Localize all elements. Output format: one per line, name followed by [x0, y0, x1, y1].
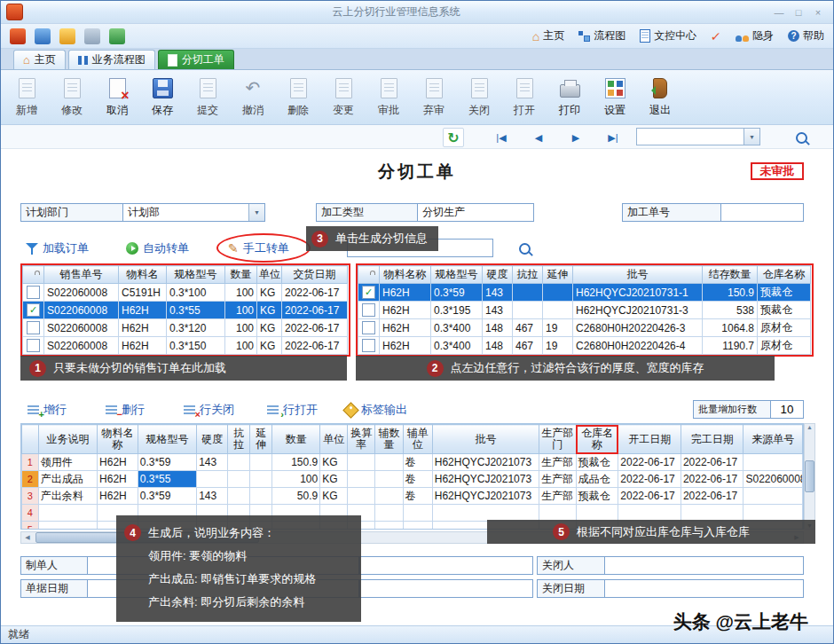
column-header[interactable]: 物料名称	[380, 266, 431, 284]
cell[interactable]: S022060008	[44, 302, 119, 319]
column-header[interactable]: 物料名称	[98, 425, 138, 454]
cell[interactable]	[432, 505, 539, 522]
maximize-button[interactable]: □	[789, 4, 808, 20]
row-number[interactable]: 2	[22, 471, 39, 488]
table-row[interactable]: S022060008 C5191H 0.3*100 100 KG 2022-06…	[23, 284, 348, 302]
cell[interactable]	[543, 302, 573, 319]
table-row[interactable]: H62H 0.3*400 148 467 19 C2680H0H20220426…	[358, 319, 811, 337]
cell[interactable]: 原材仓	[758, 319, 811, 337]
open-row-link[interactable]: 行打开	[267, 402, 318, 418]
vertical-scrollbar[interactable]: ▲ ▼	[804, 423, 815, 530]
grid-row-current[interactable]: 2 产出成品 H62H 0.3*55 100 KG 卷 H62HQYCJ2021…	[22, 471, 803, 488]
cell[interactable]: H62H	[119, 319, 167, 337]
plan-dept-select[interactable]: 计划部 ▼	[122, 203, 265, 222]
checkbox-cell[interactable]	[358, 284, 380, 302]
scrollbar-thumb[interactable]	[805, 460, 814, 492]
cell[interactable]: 0.3*400	[431, 337, 483, 355]
column-header[interactable]: 规格型号	[431, 266, 483, 284]
cell[interactable]: 50.9	[272, 488, 320, 505]
column-header[interactable]: 单位	[320, 425, 348, 454]
column-header[interactable]: 数量	[272, 425, 320, 454]
cell[interactable]: 产出余料	[38, 488, 97, 505]
cell[interactable]: 0.3*59	[431, 284, 483, 302]
cell[interactable]	[403, 505, 432, 522]
column-header[interactable]: 生产部门	[539, 425, 577, 454]
cell[interactable]: 100	[272, 471, 320, 488]
cell[interactable]: 467	[513, 337, 543, 355]
new-button[interactable]: 新增	[4, 72, 49, 123]
cell[interactable]: 0.3*400	[431, 319, 483, 337]
cell[interactable]: H62HQYCJ2021073	[432, 454, 539, 471]
scroll-left-icon[interactable]: ◀	[21, 534, 34, 541]
prev-record-button[interactable]: ◀	[528, 128, 549, 147]
checkbox[interactable]	[362, 303, 375, 317]
column-header[interactable]: 开工日期	[618, 425, 681, 454]
add-row-link[interactable]: 增行	[28, 402, 67, 418]
cell[interactable]	[681, 505, 744, 522]
unapprove-button[interactable]: 弃审	[412, 72, 456, 123]
cell[interactable]: KG	[320, 471, 348, 488]
cell[interactable]	[197, 471, 228, 488]
cell[interactable]	[228, 471, 250, 488]
cancel-button[interactable]: 取消	[95, 72, 139, 123]
cell[interactable]: H62H	[380, 337, 431, 355]
navigate-icon[interactable]	[109, 28, 125, 44]
checkbox-cell[interactable]	[358, 337, 380, 355]
column-header[interactable]: 数量	[225, 266, 257, 284]
column-header[interactable]: 仓库名称	[758, 266, 811, 284]
column-header[interactable]: 完工日期	[681, 425, 744, 454]
column-header[interactable]: 交货日期	[282, 266, 348, 284]
label-output-link[interactable]: 标签输出	[345, 402, 407, 418]
search-button[interactable]	[791, 128, 812, 147]
cell[interactable]: KG	[257, 302, 282, 319]
cell[interactable]	[375, 454, 403, 471]
cell[interactable]	[250, 454, 272, 471]
cell[interactable]	[539, 505, 577, 522]
cell[interactable]: H62HQYCJ2021073	[432, 471, 539, 488]
column-header[interactable]: 物料名	[119, 266, 167, 284]
cell[interactable]: 卷	[403, 454, 432, 471]
column-header[interactable]: 辅数量	[375, 425, 403, 454]
edit-button[interactable]: 修改	[50, 72, 94, 123]
column-header[interactable]: 辅单位	[403, 425, 432, 454]
cell[interactable]	[543, 284, 573, 302]
cell[interactable]: H62H	[380, 284, 431, 302]
cell[interactable]: H62H	[119, 302, 167, 319]
chevron-down-icon[interactable]: ▼	[248, 204, 264, 221]
cell[interactable]: 148	[483, 319, 513, 337]
cell[interactable]: 2022-06-17	[282, 337, 348, 355]
cell[interactable]: 生产部	[539, 488, 577, 505]
cell[interactable]: C2680H0H20220426-3	[573, 319, 703, 337]
cell[interactable]	[576, 505, 618, 522]
cell[interactable]: 1064.8	[703, 319, 758, 337]
contacts-icon[interactable]	[35, 28, 51, 44]
column-header[interactable]: 批号	[432, 425, 539, 454]
table-row[interactable]: S022060008 H62H 0.3*120 100 KG 2022-06-1…	[23, 319, 348, 337]
tab-business-flowchart[interactable]: 业务流程图	[68, 50, 155, 69]
cell[interactable]: S022060008	[44, 284, 119, 302]
column-header[interactable]: 批号	[573, 266, 703, 284]
menu-home[interactable]: ⌂主页	[532, 28, 564, 43]
cell[interactable]	[250, 471, 272, 488]
approve-button[interactable]: 审批	[366, 72, 411, 123]
cell[interactable]: 143	[483, 284, 513, 302]
tools-icon[interactable]	[84, 28, 100, 44]
cell[interactable]: H62HQYCJ20210731-1	[573, 284, 703, 302]
cell[interactable]: KG	[257, 319, 282, 337]
minimize-button[interactable]: —	[769, 4, 789, 20]
menu-stealth[interactable]: 隐身	[736, 28, 774, 43]
row-number[interactable]: 3	[22, 488, 39, 505]
delete-button[interactable]: 删除	[276, 72, 320, 123]
cell[interactable]: 预裁仓	[576, 488, 618, 505]
cell[interactable]: H62H	[380, 302, 431, 319]
column-header[interactable]: 规格型号	[138, 425, 196, 454]
cell[interactable]: 0.3*120	[167, 319, 225, 337]
cell[interactable]	[228, 454, 250, 471]
close-button[interactable]: ×	[808, 4, 828, 20]
cell[interactable]: 100	[225, 337, 257, 355]
checkbox-cell[interactable]	[23, 319, 44, 337]
undo-button[interactable]: 撤消	[231, 72, 275, 123]
cell[interactable]: 2022-06-17	[282, 302, 348, 319]
column-header[interactable]: 硬度	[483, 266, 513, 284]
cell[interactable]	[348, 454, 375, 471]
